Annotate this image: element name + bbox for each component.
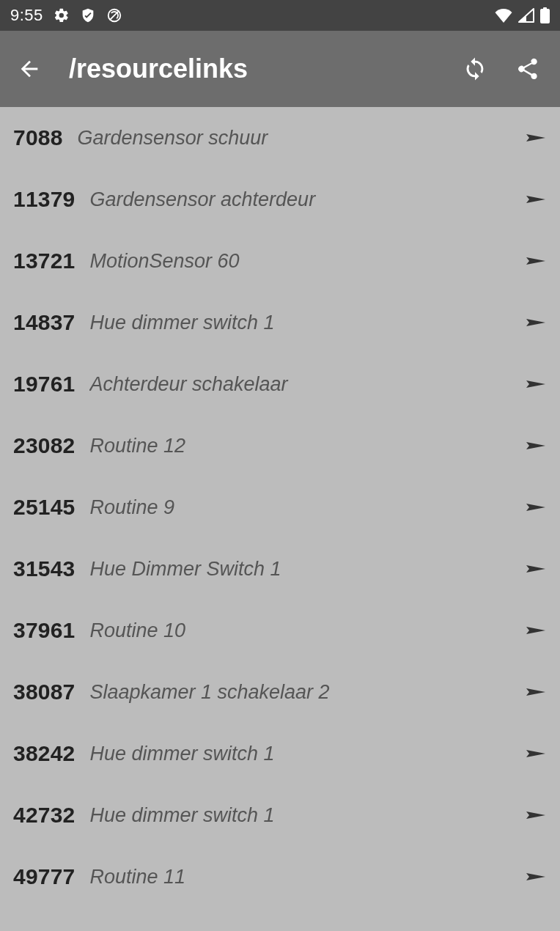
item-id: 38087 — [13, 680, 75, 704]
list-item[interactable]: 31543Hue Dimmer Switch 1 — [0, 538, 560, 600]
gear-icon — [54, 7, 70, 23]
svg-marker-7 — [526, 319, 545, 326]
item-id: 42732 — [13, 803, 75, 828]
item-id: 13721 — [13, 249, 75, 273]
item-label: Slaapkamer 1 schakelaar 2 — [89, 681, 516, 704]
chevron-right-icon — [525, 435, 547, 457]
cell-signal-icon — [518, 8, 534, 23]
svg-marker-6 — [526, 257, 545, 265]
status-clock: 9:55 — [10, 6, 43, 25]
item-label: Hue dimmer switch 1 — [89, 312, 516, 334]
list-item[interactable]: 11379Gardensensor achterdeur — [0, 169, 560, 230]
chevron-right-icon — [525, 250, 547, 272]
svg-marker-10 — [526, 504, 545, 511]
item-label: Routine 12 — [89, 435, 516, 457]
item-id: 38242 — [13, 741, 75, 766]
item-label: Hue dimmer switch 1 — [89, 743, 516, 765]
svg-marker-5 — [526, 196, 545, 203]
battery-icon — [540, 7, 550, 23]
item-label: Achterdeur schakelaar — [89, 373, 516, 396]
sync-icon — [463, 56, 487, 81]
svg-marker-13 — [526, 688, 545, 696]
share-button[interactable] — [510, 51, 545, 87]
app-bar: /resourcelinks — [0, 31, 560, 107]
svg-marker-11 — [526, 565, 545, 573]
item-label: Routine 11 — [89, 866, 516, 888]
item-id: 31543 — [13, 556, 75, 581]
shield-icon — [80, 7, 96, 23]
share-icon — [515, 56, 540, 81]
svg-marker-14 — [526, 750, 545, 757]
list-item[interactable]: 49777Routine 11 — [0, 846, 560, 908]
item-label: Routine 9 — [89, 496, 516, 519]
item-label: Routine 10 — [89, 619, 516, 642]
chevron-right-icon — [525, 681, 547, 703]
item-id: 49777 — [13, 864, 75, 889]
list-item[interactable]: 37961Routine 10 — [0, 600, 560, 661]
list-item[interactable]: 42732Hue dimmer switch 1 — [0, 784, 560, 846]
list-item[interactable]: 14837Hue dimmer switch 1 — [0, 292, 560, 353]
item-label: Hue Dimmer Switch 1 — [89, 558, 516, 581]
item-label: MotionSensor 60 — [89, 250, 516, 273]
svg-marker-4 — [526, 134, 545, 141]
list-item[interactable]: 23082Routine 12 — [0, 415, 560, 476]
chevron-right-icon — [525, 558, 547, 580]
item-id: 14837 — [13, 310, 75, 335]
list-item[interactable]: 19761Achterdeur schakelaar — [0, 353, 560, 415]
svg-marker-15 — [526, 812, 545, 819]
arrow-left-icon — [17, 56, 42, 81]
list-item[interactable]: 38242Hue dimmer switch 1 — [0, 723, 560, 784]
svg-rect-3 — [543, 7, 547, 10]
list-item[interactable]: 25145Routine 9 — [0, 476, 560, 538]
chevron-right-icon — [525, 188, 547, 210]
no-sync-icon — [106, 7, 122, 23]
item-label: Hue dimmer switch 1 — [89, 804, 516, 827]
item-id: 11379 — [13, 187, 75, 212]
chevron-right-icon — [525, 619, 547, 641]
chevron-right-icon — [525, 373, 547, 395]
chevron-right-icon — [525, 866, 547, 888]
chevron-right-icon — [525, 496, 547, 518]
wifi-icon — [495, 8, 512, 23]
item-id: 19761 — [13, 372, 75, 397]
chevron-right-icon — [525, 743, 547, 765]
item-label: Gardensensor schuur — [78, 127, 516, 150]
item-id: 7088 — [13, 125, 63, 150]
svg-rect-2 — [540, 9, 550, 23]
svg-marker-9 — [526, 442, 545, 449]
refresh-button[interactable] — [457, 51, 493, 87]
list-item[interactable]: 7088Gardensensor schuur — [0, 107, 560, 169]
item-id: 23082 — [13, 433, 75, 458]
chevron-right-icon — [525, 804, 547, 826]
svg-marker-16 — [526, 873, 545, 880]
item-label: Gardensensor achterdeur — [89, 188, 516, 211]
resource-list: 7088Gardensensor schuur11379Gardensensor… — [0, 107, 560, 908]
back-button[interactable] — [12, 51, 47, 87]
chevron-right-icon — [525, 127, 547, 149]
item-id: 37961 — [13, 618, 75, 643]
page-title: /resourcelinks — [69, 54, 435, 84]
svg-marker-8 — [526, 380, 545, 388]
list-item[interactable]: 38087Slaapkamer 1 schakelaar 2 — [0, 661, 560, 723]
svg-marker-12 — [526, 627, 545, 634]
item-id: 25145 — [13, 495, 75, 520]
list-item[interactable]: 13721MotionSensor 60 — [0, 230, 560, 292]
chevron-right-icon — [525, 312, 547, 334]
status-bar: 9:55 — [0, 0, 560, 31]
